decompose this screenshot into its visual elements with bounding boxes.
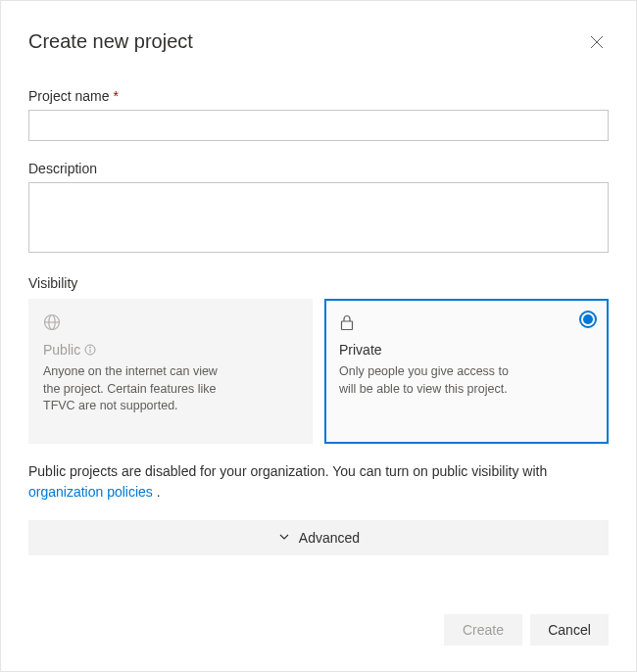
- visibility-option-public: Public Anyone on the internet can view t…: [28, 299, 313, 444]
- svg-rect-8: [342, 321, 353, 330]
- project-name-field: Project name *: [28, 88, 609, 141]
- visibility-note-text: Public projects are disabled for your or…: [28, 463, 547, 479]
- create-button[interactable]: Create: [444, 614, 522, 646]
- panel-footer: Create Cancel: [28, 595, 609, 671]
- visibility-public-desc: Anyone on the internet can view the proj…: [43, 363, 220, 415]
- organization-policies-link[interactable]: organization policies: [28, 484, 153, 500]
- visibility-note: Public projects are disabled for your or…: [28, 461, 609, 503]
- panel-title: Create new project: [28, 30, 193, 53]
- globe-icon: [43, 313, 298, 334]
- visibility-public-title: Public: [43, 342, 80, 358]
- info-icon: [84, 344, 96, 356]
- svg-point-7: [90, 347, 91, 348]
- chevron-down-icon: [277, 530, 291, 547]
- description-label: Description: [28, 161, 609, 176]
- project-name-label: Project name *: [28, 88, 609, 104]
- required-asterisk: *: [113, 88, 118, 104]
- visibility-option-private[interactable]: Private Only people you give access to w…: [324, 299, 609, 444]
- close-button[interactable]: [585, 30, 609, 57]
- visibility-options: Public Anyone on the internet can view t…: [28, 299, 609, 444]
- create-project-panel: Create new project Project name * Descri…: [0, 0, 637, 672]
- description-input[interactable]: [28, 182, 609, 253]
- panel-header: Create new project: [28, 30, 609, 57]
- advanced-label: Advanced: [299, 530, 360, 546]
- visibility-private-desc: Only people you give access to will be a…: [339, 363, 515, 398]
- visibility-public-title-row: Public: [43, 342, 298, 358]
- description-field: Description: [28, 161, 609, 256]
- project-name-input[interactable]: [28, 110, 609, 141]
- radio-selected-icon: [579, 311, 597, 328]
- visibility-label: Visibility: [28, 275, 609, 291]
- visibility-private-title: Private: [339, 342, 594, 358]
- project-name-label-text: Project name: [28, 88, 109, 104]
- visibility-note-period: .: [153, 484, 161, 500]
- lock-icon: [339, 313, 594, 334]
- advanced-toggle[interactable]: Advanced: [28, 520, 609, 555]
- close-icon: [589, 34, 605, 53]
- cancel-button[interactable]: Cancel: [530, 614, 609, 646]
